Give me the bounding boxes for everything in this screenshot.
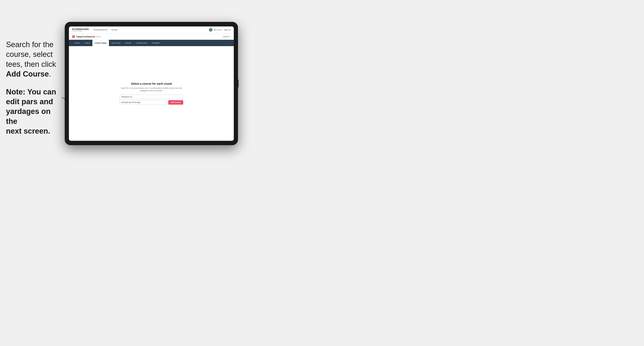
- tournament-title-area: C Clippd Invitational (Men): [72, 35, 101, 38]
- tab-leaderboards[interactable]: Leaderboards: [134, 40, 150, 46]
- tab-results[interactable]: Results: [123, 40, 134, 46]
- user-avatar: T: [209, 28, 212, 32]
- username: Test User: [214, 29, 221, 31]
- top-nav-right: T Test User | Sign out: [209, 28, 230, 32]
- panel-desc: Search for a course and select a tee. Yo…: [120, 87, 183, 92]
- add-course-button[interactable]: Add Course: [168, 100, 183, 105]
- tee-select-row: Gold (M) (M) (7010 yds) ⌄ Add Course: [120, 100, 183, 105]
- logo-sub: Powered by clippd: [72, 30, 89, 32]
- nav-tournaments[interactable]: TOURNAMENTS: [93, 29, 108, 31]
- annotation-block: Search for thecourse, selecttees, then c…: [6, 40, 62, 136]
- tab-printables[interactable]: Printables: [150, 40, 162, 46]
- course-setup-panel: Select a course for each round Search fo…: [120, 82, 183, 105]
- tab-tee-groups[interactable]: Tee Groups: [109, 40, 123, 46]
- nav-items: TOURNAMENTS TEAMS: [93, 29, 209, 31]
- logo-area: SCOREBOARD Powered by clippd: [72, 28, 89, 32]
- power-button: [238, 80, 238, 87]
- tab-teams[interactable]: Teams: [82, 40, 92, 46]
- cancel-icon: ✕: [229, 36, 230, 38]
- tournament-name: Clippd Invitational: [76, 35, 95, 38]
- main-content: Select a course for each round Search fo…: [69, 46, 234, 141]
- tab-bar: Details Teams Course Setup Tee Groups Re…: [69, 40, 234, 46]
- nav-separator: |: [222, 29, 223, 31]
- annotation-line1: Search for thecourse, selecttees, then c…: [6, 40, 62, 79]
- tablet-screen: SCOREBOARD Powered by clippd TOURNAMENTS…: [69, 26, 234, 141]
- tab-details[interactable]: Details: [72, 40, 82, 46]
- cancel-label: Cancel: [223, 36, 228, 38]
- tablet-device: SCOREBOARD Powered by clippd TOURNAMENTS…: [65, 22, 238, 145]
- logo-text: SCOREBOARD: [72, 28, 89, 30]
- tournament-header: C Clippd Invitational (Men) Cancel ✕: [69, 34, 234, 40]
- tab-course-setup[interactable]: Course Setup: [92, 40, 109, 46]
- cancel-button[interactable]: Cancel ✕: [223, 36, 230, 38]
- annotation-period: .: [49, 70, 51, 78]
- panel-title: Select a course for each round: [120, 82, 183, 85]
- tee-select[interactable]: Gold (M) (M) (7010 yds): [120, 100, 167, 105]
- top-navbar: SCOREBOARD Powered by clippd TOURNAMENTS…: [69, 26, 234, 34]
- annotation-bold: Add Course: [6, 70, 49, 78]
- nav-teams[interactable]: TEAMS: [111, 29, 118, 31]
- course-search-input[interactable]: [120, 95, 183, 99]
- tournament-tag: (Men): [96, 36, 101, 38]
- annotation-note: Note: You canedit pars andyardages on th…: [6, 87, 62, 136]
- sign-out-link[interactable]: Sign out: [224, 29, 230, 31]
- tournament-icon: C: [72, 35, 75, 38]
- tee-select-wrapper: Gold (M) (M) (7010 yds) ⌄: [120, 100, 167, 105]
